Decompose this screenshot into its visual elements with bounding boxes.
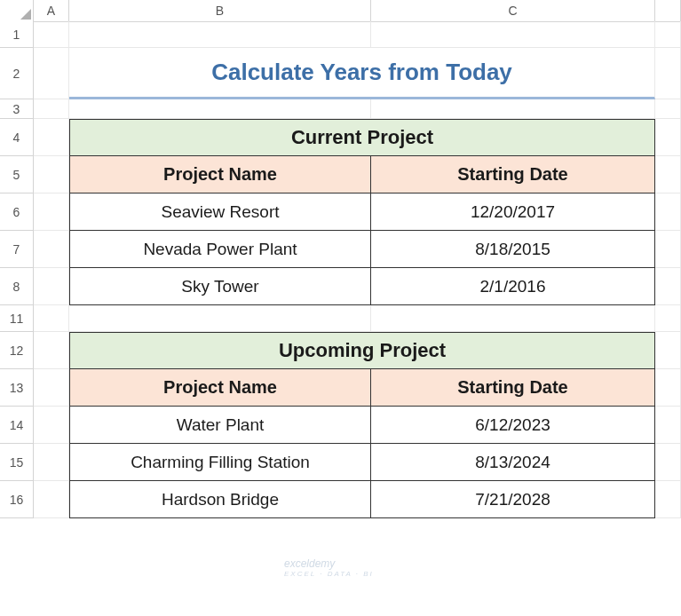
watermark: exceldemy EXCEL · DATA · BI [284, 557, 374, 578]
col-header-c[interactable]: C [371, 0, 655, 22]
column-headers: A B C [0, 0, 681, 21]
table1-row2-name[interactable]: Sky Tower [69, 268, 371, 305]
row-header-6[interactable]: 6 [0, 193, 34, 231]
table1-row1-date[interactable]: 8/18/2015 [371, 231, 655, 268]
cell-d12[interactable] [655, 332, 681, 369]
row-header-3[interactable]: 3 [0, 99, 34, 119]
cell-d14[interactable] [655, 407, 681, 444]
table1-title[interactable]: Current Project [69, 119, 655, 156]
cell-a13[interactable] [34, 369, 69, 407]
cell-a14[interactable] [34, 407, 69, 444]
row-header-11[interactable]: 11 [0, 305, 34, 332]
table2-row1-date[interactable]: 8/13/2024 [371, 444, 655, 481]
table1-header-date[interactable]: Starting Date [371, 156, 655, 193]
cell-a11[interactable] [34, 305, 69, 332]
table2-header-name[interactable]: Project Name [69, 369, 371, 407]
cell-a2[interactable] [34, 48, 69, 99]
cell-d16[interactable] [655, 481, 681, 518]
col-header-d[interactable] [655, 0, 681, 22]
table2-row2-date[interactable]: 7/21/2028 [371, 481, 655, 518]
row-header-7[interactable]: 7 [0, 231, 34, 268]
cell-a1[interactable] [34, 21, 69, 48]
cell-c3[interactable] [371, 99, 655, 119]
cell-d11[interactable] [655, 305, 681, 332]
cell-d7[interactable] [655, 231, 681, 268]
row-header-14[interactable]: 14 [0, 407, 34, 444]
select-all-corner[interactable] [0, 0, 34, 22]
cell-a8[interactable] [34, 268, 69, 305]
cell-a7[interactable] [34, 231, 69, 268]
cell-a6[interactable] [34, 193, 69, 231]
table2-header-date[interactable]: Starting Date [371, 369, 655, 407]
col-header-b[interactable]: B [69, 0, 371, 22]
table1-row2-date[interactable]: 2/1/2016 [371, 268, 655, 305]
row-header-15[interactable]: 15 [0, 444, 34, 481]
row-header-5[interactable]: 5 [0, 156, 34, 193]
cell-b11[interactable] [69, 305, 371, 332]
cell-d8[interactable] [655, 268, 681, 305]
cell-d4[interactable] [655, 119, 681, 156]
table1-header-name[interactable]: Project Name [69, 156, 371, 193]
table2-title[interactable]: Upcoming Project [69, 332, 655, 369]
table2-row0-date[interactable]: 6/12/2023 [371, 407, 655, 444]
watermark-subtext: EXCEL · DATA · BI [284, 570, 374, 578]
cell-a3[interactable] [34, 99, 69, 119]
cell-c1[interactable] [371, 21, 655, 48]
col-header-a[interactable]: A [34, 0, 69, 22]
cell-d13[interactable] [655, 369, 681, 407]
row-header-8[interactable]: 8 [0, 268, 34, 305]
cell-b1[interactable] [69, 21, 371, 48]
row-header-16[interactable]: 16 [0, 481, 34, 518]
cell-c11[interactable] [371, 305, 655, 332]
cell-a16[interactable] [34, 481, 69, 518]
cell-a15[interactable] [34, 444, 69, 481]
row-header-1[interactable]: 1 [0, 21, 34, 48]
cell-d2[interactable] [655, 48, 681, 99]
table2-row2-name[interactable]: Hardson Bridge [69, 481, 371, 518]
page-title[interactable]: Calculate Years from Today [69, 48, 655, 99]
row-header-12[interactable]: 12 [0, 332, 34, 369]
row-header-2[interactable]: 2 [0, 48, 34, 99]
cell-d15[interactable] [655, 444, 681, 481]
table1-row0-name[interactable]: Seaview Resort [69, 193, 371, 231]
cell-a12[interactable] [34, 332, 69, 369]
row-header-4[interactable]: 4 [0, 119, 34, 156]
table2-row0-name[interactable]: Water Plant [69, 407, 371, 444]
watermark-text: exceldemy [284, 557, 335, 570]
table2-row1-name[interactable]: Charming Filling Station [69, 444, 371, 481]
spreadsheet-grid: 1 2 Calculate Years from Today 3 4 Curre… [0, 21, 681, 518]
cell-d6[interactable] [655, 193, 681, 231]
row-header-13[interactable]: 13 [0, 369, 34, 407]
table1-row0-date[interactable]: 12/20/2017 [371, 193, 655, 231]
table1-row1-name[interactable]: Nevada Power Plant [69, 231, 371, 268]
cell-d5[interactable] [655, 156, 681, 193]
cell-d1[interactable] [655, 21, 681, 48]
cell-d3[interactable] [655, 99, 681, 119]
cell-a5[interactable] [34, 156, 69, 193]
cell-b3[interactable] [69, 99, 371, 119]
cell-a4[interactable] [34, 119, 69, 156]
